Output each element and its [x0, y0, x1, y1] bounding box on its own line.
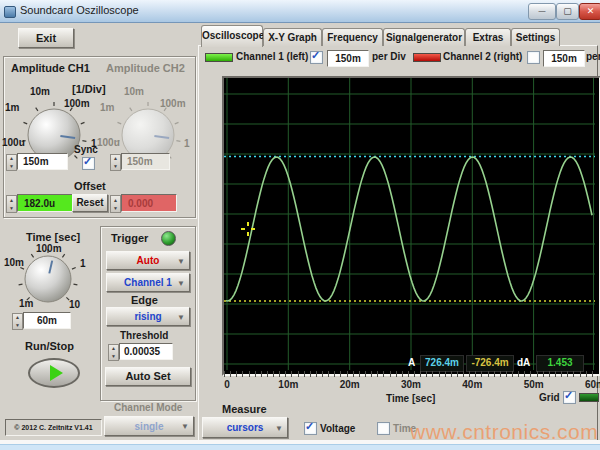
channel-mode-value: single — [135, 421, 164, 432]
spin-up-icon: ▲ — [9, 156, 14, 161]
bottom-strip-blue — [0, 444, 600, 450]
trigger-source-dropdown[interactable]: Channel 1 ▼ — [106, 273, 190, 292]
dropdown-arrow-icon: ▼ — [177, 278, 185, 287]
amplitude-ch2-spinner[interactable]: ▲ ▼ — [110, 154, 121, 171]
app-icon — [4, 6, 16, 18]
threshold-value[interactable]: 0.00035 — [119, 343, 173, 360]
runstop-button[interactable] — [28, 358, 80, 388]
copyright-bar: © 2012 C. Zeitnitz V1.41 — [5, 419, 102, 436]
spin-down-icon: ▼ — [15, 323, 20, 328]
app-window: Soundcard Oszilloscope — ▢ ✕ Exit Amplit… — [0, 0, 600, 450]
offset-ch2-value[interactable]: 0.000 — [121, 194, 177, 212]
tab-settings[interactable]: Settings — [511, 28, 560, 46]
runstop-label: Run/Stop — [25, 340, 74, 352]
knob-label: 10m — [124, 86, 144, 97]
x-axis-minor-ticks — [224, 371, 595, 377]
sync-checkbox[interactable]: ✓ — [82, 157, 95, 170]
scope-plot[interactable] — [224, 78, 595, 370]
knob-label: 1 — [80, 258, 86, 269]
time-value[interactable]: 60m — [23, 312, 71, 329]
knob-label: 1m — [5, 102, 19, 113]
amplitude-ch2-value[interactable]: 150m — [121, 153, 170, 170]
x-axis-title: Time [sec] — [386, 393, 435, 404]
amplitude-ch1-value[interactable]: 150m — [17, 153, 68, 170]
channel-mode-dropdown[interactable]: single ▼ — [104, 416, 194, 436]
time-checkbox[interactable] — [377, 422, 390, 435]
knob-label: 100m — [64, 98, 90, 109]
voltage-label: Voltage — [320, 423, 355, 434]
tab-extras[interactable]: Extras — [465, 28, 511, 46]
sync-label: Sync — [74, 144, 98, 155]
channel2-color-swatch — [413, 53, 441, 62]
measure-mode-dropdown[interactable]: cursors ▼ — [202, 417, 288, 438]
knob-label: 100m — [160, 98, 186, 109]
trigger-mode-value: Auto — [137, 255, 160, 266]
dropdown-arrow-icon: ▼ — [275, 423, 283, 432]
trigger-mode-dropdown[interactable]: Auto ▼ — [106, 251, 190, 270]
per-div-unit-label: [1/Div] — [72, 83, 106, 95]
title-bar[interactable]: Soundcard Oszilloscope — ▢ ✕ — [0, 0, 600, 23]
spin-up-icon: ▲ — [113, 198, 118, 203]
x-axis-tick-labels: 010m20m30m40m50m60m — [224, 379, 595, 391]
offset-ch2-spinner[interactable]: ▲ ▼ — [110, 195, 121, 213]
channel2-checkbox[interactable] — [527, 51, 540, 64]
check-icon: ✓ — [305, 420, 314, 433]
knob-label: 10m — [4, 257, 24, 268]
close-icon: ✕ — [580, 4, 600, 19]
play-icon — [50, 365, 63, 381]
channel1-checkbox[interactable]: ✓ — [310, 51, 323, 64]
channel2-per-div-label: per Div — [586, 51, 600, 62]
tab-oscilloscope[interactable]: Oscilloscope — [201, 25, 263, 47]
offset-ch1-spinner[interactable]: ▲ ▼ — [6, 195, 17, 213]
cursor-a2-value: -726.4m — [466, 355, 514, 372]
offset-ch1-value[interactable]: 182.0u — [17, 194, 75, 212]
channel1-per-div-value[interactable]: 150m — [327, 50, 369, 67]
x-tick-label: 40m — [462, 379, 482, 390]
channel1-per-div-label: per Div — [372, 51, 406, 62]
knob-label: 1m — [19, 298, 33, 309]
exit-button[interactable]: Exit — [18, 28, 74, 48]
time-spinner[interactable]: ▲ ▼ — [12, 313, 23, 330]
offset-reset-button[interactable]: Reset — [72, 194, 108, 212]
minimize-button[interactable]: — — [528, 3, 556, 20]
close-button[interactable]: ✕ — [579, 3, 600, 20]
autoset-button[interactable]: Auto Set — [105, 367, 191, 386]
knob-label: 100u — [97, 137, 120, 148]
offset-title: Offset — [74, 180, 106, 192]
cursor-a-label: A — [408, 357, 415, 368]
spin-down-icon: ▼ — [111, 354, 116, 359]
dropdown-arrow-icon: ▼ — [177, 256, 185, 265]
knob-label: 100u — [2, 137, 25, 148]
maximize-icon: ▢ — [557, 4, 578, 19]
measure-title: Measure — [222, 403, 267, 415]
grid-checkbox[interactable]: ✓ — [563, 391, 576, 404]
amplitude-ch1-spinner[interactable]: ▲ ▼ — [6, 154, 17, 171]
knob-label: 1 — [184, 138, 190, 149]
edge-label: Edge — [131, 294, 158, 306]
channel-mode-label: Channel Mode — [114, 402, 182, 413]
maximize-button[interactable]: ▢ — [556, 3, 579, 20]
x-tick-label: 50m — [524, 379, 544, 390]
spin-up-icon: ▲ — [9, 198, 14, 203]
x-tick-label: 10m — [278, 379, 298, 390]
trigger-edge-dropdown[interactable]: rising ▼ — [106, 307, 190, 326]
tab-signalgenerator[interactable]: Signalgenerator — [383, 28, 465, 46]
tab-x-y-graph[interactable]: X-Y Graph — [263, 28, 322, 46]
tab-frequency[interactable]: Frequency — [322, 28, 383, 46]
dropdown-arrow-icon: ▼ — [181, 422, 189, 431]
x-tick-label: 30m — [401, 379, 421, 390]
spin-down-icon: ▼ — [9, 206, 14, 211]
spin-down-icon: ▼ — [113, 206, 118, 211]
spin-up-icon: ▲ — [111, 346, 116, 351]
channel2-per-div-value[interactable]: 150m — [543, 50, 585, 67]
cursor-da-value: 1.453 — [536, 355, 584, 372]
minimize-icon: — — [529, 4, 555, 19]
trigger-led — [161, 231, 176, 246]
check-icon: ✓ — [311, 49, 320, 62]
window-title: Soundcard Oszilloscope — [20, 4, 139, 16]
tab-strip: OscilloscopeX-Y GraphFrequencySignalgene… — [200, 25, 598, 46]
spin-up-icon: ▲ — [113, 156, 118, 161]
knob-label: 10m — [30, 86, 50, 97]
threshold-spinner[interactable]: ▲ ▼ — [108, 344, 119, 361]
voltage-checkbox[interactable]: ✓ — [304, 422, 317, 435]
